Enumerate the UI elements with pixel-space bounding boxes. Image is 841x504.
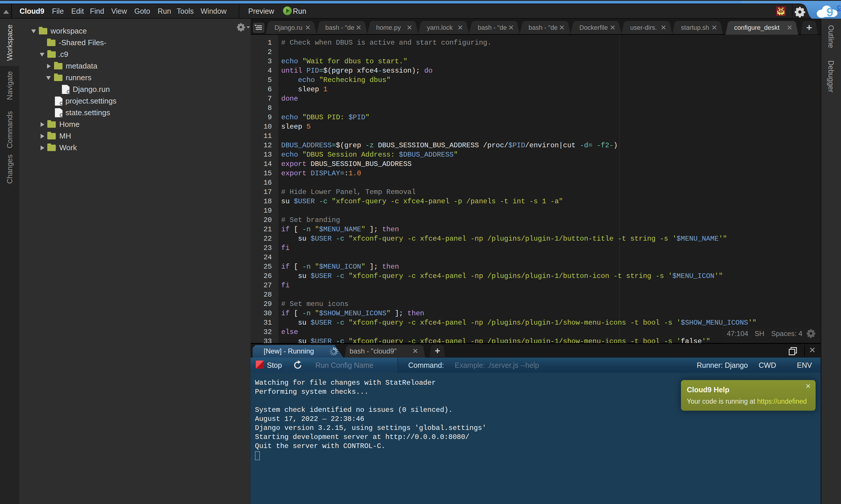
svg-text:c: c [837, 3, 841, 11]
svg-text:9: 9 [826, 5, 833, 19]
